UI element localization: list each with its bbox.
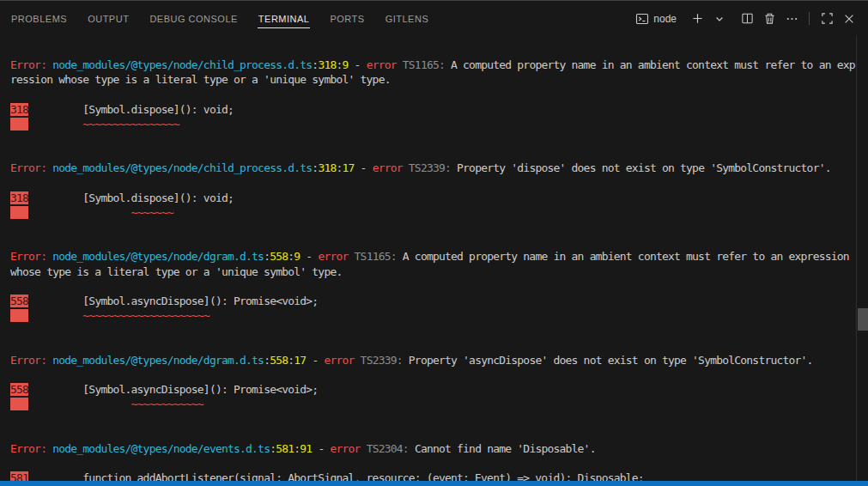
terminal-line — [10, 279, 858, 294]
ellipsis-icon — [786, 12, 798, 25]
tab-problems[interactable]: PROBLEMS — [10, 9, 68, 28]
terminal-line — [10, 368, 858, 382]
terminal-line: 318 [Symbol.dispose](): void; — [10, 102, 858, 117]
split-pane-icon — [741, 12, 754, 25]
terminal-line — [10, 412, 858, 427]
close-icon — [843, 13, 855, 25]
maximize-panel-button[interactable] — [816, 9, 837, 29]
tab-ports[interactable]: PORTS — [329, 9, 365, 28]
terminal-line: Error: node_modules/@types/node/child_pr… — [10, 58, 858, 72]
terminal-line: Error: node_modules/@types/node/events.d… — [10, 441, 858, 456]
tab-debug-console[interactable]: DEBUG CONSOLE — [149, 9, 238, 28]
terminal-line: 558 [Symbol.asyncDispose](): Promise<voi… — [10, 382, 858, 397]
terminal-toolbar: node — [635, 9, 859, 29]
terminal-line — [10, 234, 858, 249]
terminal-line: ~~~~~~~~~~~~ — [10, 397, 858, 411]
terminal-line — [10, 323, 858, 337]
terminal-icon — [635, 12, 649, 26]
maximize-icon — [821, 12, 834, 25]
tab-output[interactable]: OUTPUT — [87, 9, 130, 28]
tab-terminal[interactable]: TERMINAL — [258, 9, 311, 28]
toolbar-divider — [809, 12, 810, 25]
close-panel-button[interactable] — [839, 9, 859, 29]
chevron-down-icon — [714, 14, 725, 24]
kill-terminal-button[interactable] — [759, 9, 780, 29]
terminal-name-label: node — [653, 13, 677, 25]
launch-profile-button[interactable] — [709, 9, 730, 29]
terminal-output[interactable]: Error: node_modules/@types/node/child_pr… — [0, 35, 868, 486]
status-bar-edge — [0, 481, 868, 486]
terminal-profile-selector[interactable]: node — [635, 12, 677, 26]
terminal-line — [10, 427, 858, 441]
panel-header: PROBLEMS OUTPUT DEBUG CONSOLE TERMINAL P… — [0, 2, 868, 35]
plus-icon — [691, 12, 704, 25]
panel-tabs: PROBLEMS OUTPUT DEBUG CONSOLE TERMINAL P… — [10, 2, 429, 35]
terminal-line: ~~~~~~~ — [10, 205, 858, 220]
terminal-line: ~~~~~~~~~~~~~~~~~~~~~ — [10, 308, 858, 323]
terminal-line: ression whose type is a literal type or … — [10, 72, 858, 87]
terminal-line — [10, 87, 858, 101]
terminal-line — [10, 220, 858, 234]
terminal-scrollbar — [856, 35, 868, 481]
terminal-line: 318 [Symbol.dispose](): void; — [10, 191, 858, 205]
terminal-line — [10, 456, 858, 471]
terminal-panel: PROBLEMS OUTPUT DEBUG CONSOLE TERMINAL P… — [0, 0, 868, 486]
terminal-line — [10, 131, 858, 146]
terminal-line: Error: node_modules/@types/node/dgram.d.… — [10, 249, 858, 264]
terminal-line — [10, 146, 858, 161]
terminal-line: Error: node_modules/@types/node/dgram.d.… — [10, 353, 858, 368]
terminal-line: Error: node_modules/@types/node/child_pr… — [10, 161, 858, 175]
split-terminal-button[interactable] — [737, 9, 757, 29]
terminal-line — [10, 338, 858, 353]
more-actions-button[interactable] — [781, 9, 802, 29]
terminal-line: 558 [Symbol.asyncDispose](): Promise<voi… — [10, 294, 858, 308]
new-terminal-button[interactable] — [687, 9, 707, 29]
scrollbar-thumb[interactable] — [858, 308, 868, 331]
trash-icon — [763, 12, 776, 25]
tab-gitlens[interactable]: GITLENS — [385, 9, 430, 28]
terminal-line — [10, 176, 858, 191]
terminal-line: ~~~~~~~~~~~~~~~~ — [10, 117, 858, 131]
terminal-line: whose type is a literal type or a 'uniqu… — [10, 264, 858, 279]
